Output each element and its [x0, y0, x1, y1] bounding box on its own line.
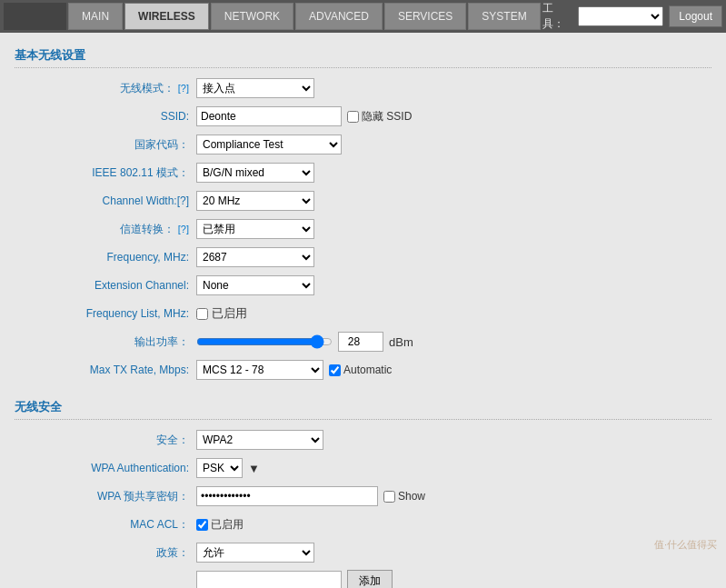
output-power-control: dBm	[196, 332, 413, 352]
top-bar-right: 工具： Logout	[542, 1, 722, 32]
wireless-mode-select[interactable]: 接入点	[196, 78, 314, 98]
tab-wireless[interactable]: WIRELESS	[124, 3, 209, 30]
policy-label: 政策：	[15, 545, 196, 561]
security-control: WPA2	[196, 430, 323, 450]
tools-select[interactable]	[578, 6, 663, 26]
add-mac-input[interactable]	[196, 571, 342, 588]
channel-width-select[interactable]: 20 MHz	[196, 191, 314, 211]
output-power-row: 输出功率： dBm	[15, 331, 711, 353]
extension-channel-control: None	[196, 275, 314, 295]
tab-advanced[interactable]: ADVANCED	[295, 3, 383, 30]
ssid-label: SSID:	[15, 110, 196, 123]
mac-acl-control: 已启用	[196, 517, 244, 533]
logo	[4, 3, 66, 30]
hide-ssid-label: 隐藏 SSID	[347, 109, 412, 125]
add-mac-control: 添加	[196, 570, 393, 588]
freq-list-label: Frequency List, MHz:	[15, 307, 196, 320]
security-select[interactable]: WPA2	[196, 430, 323, 450]
wpa-auth-row: WPA Authentication: PSK ▼	[15, 457, 711, 479]
ieee-mode-select[interactable]: B/G/N mixed	[196, 163, 314, 183]
wpa-key-label: WPA 预共享密钥：	[15, 489, 196, 504]
channel-convert-control: 已禁用	[196, 219, 314, 239]
output-power-label: 输出功率：	[15, 334, 196, 350]
extension-channel-select[interactable]: None	[196, 275, 314, 295]
main-content: 基本无线设置 无线模式： [?] 接入点 SSID: 隐藏 SSID 国家代码：…	[0, 33, 726, 588]
frequency-mhz-row: Frequency, MHz: 2687	[15, 246, 711, 268]
automatic-checkbox[interactable]	[329, 364, 341, 376]
tab-services[interactable]: SERVICES	[384, 3, 466, 30]
logout-button[interactable]: Logout	[669, 5, 722, 27]
max-tx-label: Max TX Rate, Mbps:	[15, 364, 196, 376]
wireless-security-section-title: 无线安全	[15, 394, 711, 420]
max-tx-control: MCS 12 - 78 Automatic	[196, 360, 392, 380]
freq-list-checkbox[interactable]	[196, 308, 208, 320]
wireless-mode-control: 接入点	[196, 78, 314, 98]
output-power-unit: dBm	[389, 335, 413, 349]
extension-channel-label: Extension Channel:	[15, 279, 196, 292]
wpa-key-input[interactable]	[196, 486, 378, 506]
automatic-label: Automatic	[329, 364, 392, 376]
wpa-auth-control: PSK ▼	[196, 458, 260, 478]
freq-list-row: Frequency List, MHz: 已启用	[15, 303, 711, 324]
tab-system[interactable]: SYSTEM	[468, 3, 540, 30]
wpa-auth-select[interactable]: PSK	[196, 458, 243, 478]
mac-acl-label: MAC ACL：	[15, 517, 196, 533]
wpa-key-control: Show	[196, 486, 425, 506]
wpa-auth-dropdown-icon: ▼	[248, 462, 260, 475]
wpa-auth-label: WPA Authentication:	[15, 462, 196, 474]
ieee-mode-row: IEEE 802.11 模式： B/G/N mixed	[15, 162, 711, 184]
security-label: 安全：	[15, 433, 196, 448]
country-code-control: Compliance Test	[196, 135, 342, 154]
extension-channel-row: Extension Channel: None	[15, 274, 711, 296]
country-code-select[interactable]: Compliance Test	[196, 135, 342, 154]
channel-convert-help[interactable]: [?]	[178, 224, 189, 234]
show-password-checkbox[interactable]	[383, 491, 395, 503]
channel-convert-row: 信道转换： [?] 已禁用	[15, 218, 711, 240]
policy-select[interactable]: 允许	[196, 543, 314, 563]
max-tx-row: Max TX Rate, Mbps: MCS 12 - 78 Automatic	[15, 359, 711, 381]
mac-acl-enabled: 已启用	[196, 517, 244, 533]
tab-network[interactable]: NETWORK	[211, 3, 293, 30]
mac-acl-checkbox[interactable]	[196, 519, 208, 531]
ieee-mode-label: IEEE 802.11 模式：	[15, 165, 196, 181]
output-power-slider[interactable]	[196, 334, 333, 349]
ieee-mode-control: B/G/N mixed	[196, 163, 314, 183]
country-code-label: 国家代码：	[15, 137, 196, 153]
frequency-mhz-select[interactable]: 2687	[196, 247, 314, 267]
security-row: 安全： WPA2	[15, 429, 711, 451]
mac-acl-row: MAC ACL： 已启用	[15, 513, 711, 535]
channel-convert-label: 信道转换： [?]	[15, 222, 196, 237]
freq-list-control: 已启用	[196, 305, 247, 322]
wpa-key-row: WPA 预共享密钥： Show	[15, 485, 711, 507]
wireless-mode-help[interactable]: [?]	[178, 83, 189, 94]
tools-label: 工具：	[542, 1, 573, 32]
ssid-input[interactable]	[196, 106, 342, 126]
show-label: Show	[383, 490, 425, 503]
max-tx-select[interactable]: MCS 12 - 78	[196, 360, 323, 380]
top-bar: MAIN WIRELESS NETWORK ADVANCED SERVICES …	[0, 0, 726, 33]
ssid-row: SSID: 隐藏 SSID	[15, 105, 711, 127]
wireless-mode-label: 无线模式： [?]	[15, 81, 196, 96]
add-button[interactable]: 添加	[347, 570, 393, 588]
channel-convert-select[interactable]: 已禁用	[196, 219, 314, 239]
country-code-row: 国家代码： Compliance Test	[15, 134, 711, 155]
policy-control: 允许	[196, 543, 314, 563]
output-power-input[interactable]	[338, 332, 383, 352]
frequency-mhz-control: 2687	[196, 247, 314, 267]
add-mac-row: 添加	[15, 570, 711, 588]
ssid-control: 隐藏 SSID	[196, 106, 412, 126]
channel-width-row: Channel Width:[?] 20 MHz	[15, 190, 711, 212]
frequency-mhz-label: Frequency, MHz:	[15, 251, 196, 264]
policy-row: 政策： 允许	[15, 542, 711, 563]
channel-width-label: Channel Width:[?]	[15, 194, 196, 207]
freq-list-enabled-label: 已启用	[212, 305, 247, 322]
basic-wireless-section-title: 基本无线设置	[15, 42, 711, 68]
wireless-mode-row: 无线模式： [?] 接入点	[15, 77, 711, 99]
tab-main[interactable]: MAIN	[68, 3, 123, 30]
channel-width-control: 20 MHz	[196, 191, 314, 211]
hide-ssid-checkbox[interactable]	[347, 111, 359, 123]
